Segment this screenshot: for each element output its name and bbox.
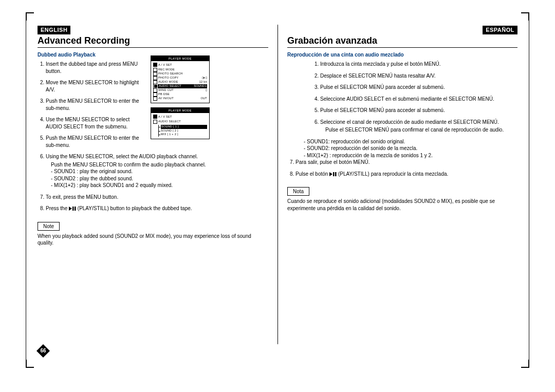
play-still-icon (69, 207, 76, 211)
osd-item: REC MODE (158, 68, 175, 72)
step-item: Pulse el SELECTOR MENÚ para acceder al s… (320, 107, 517, 114)
step-item: To exit, press the MENU button. (46, 194, 268, 201)
steps-list-es: Introduzca la cinta mezclada y pulse el … (312, 61, 517, 114)
osd-option: MIX [ 1 + 2 ] (161, 133, 207, 137)
step-item: Pulse el botón (PLAY/STILL) para reprodu… (295, 171, 517, 178)
step-sub: - SOUND1: reproducción del sonido origin… (304, 138, 517, 145)
svg-rect-4 (333, 172, 335, 176)
step-item: Seleccione el canal de reproducción de a… (320, 119, 517, 134)
osd-item: AUDIO SELECT (158, 120, 181, 124)
step-sub: Pulse el SELECTOR MENÚ para confirmar el… (325, 126, 517, 134)
osd-item: AUDIO MODE (158, 80, 178, 84)
step-text: Seleccione el canal de reproducción de a… (320, 119, 499, 125)
return-icon (153, 115, 157, 119)
step-item: Desplace el SELECTOR MENÚ hasta resaltar… (320, 72, 517, 80)
steps-list-es-cont: Seleccione el canal de reproducción de a… (287, 119, 517, 134)
osd-value: OUT (200, 97, 207, 101)
spanish-column: ESPAÑOL Grabación avanzada Reproducción … (278, 25, 517, 344)
language-tab-english: ENGLISH (38, 26, 70, 34)
section-subtitle-es: Reproducción de una cinta con audio mezc… (287, 52, 517, 58)
step-sub: - MIX(1+2) : reproducción de la mezcla d… (304, 152, 517, 159)
step-item: Pulse el SELECTOR MENÚ para acceder al s… (320, 84, 517, 91)
note-text-en: When you playback added sound (SOUND2 or… (38, 233, 268, 247)
crop-mark (26, 360, 34, 368)
osd-screens: PLAYER MODE A / V SET REC MODE PHOTO SEA… (151, 55, 210, 143)
step-text: Press the (46, 206, 69, 211)
svg-rect-1 (72, 207, 74, 211)
osd-section: A / V SET (158, 115, 172, 118)
bullet-icon (154, 84, 158, 88)
bullet-icon (153, 68, 157, 72)
osd-title: PLAYER MODE (151, 108, 209, 113)
step-text: (PLAY/STILL) para reproducir la cinta me… (337, 171, 448, 177)
page-title-es: Grabación avanzada (287, 35, 377, 46)
step-item: Seleccione AUDIO SELECT en el submenú me… (320, 96, 517, 103)
step-item: Para salir, pulse el botón MENÚ. (295, 159, 517, 166)
osd-option: SOUND [ 2 ] (161, 129, 207, 133)
note-text-es: Cuando se reproduce el sonido adicional … (287, 198, 517, 212)
osd-section: A / V SET (158, 63, 172, 66)
osd-item: AV IN/OUT (158, 97, 174, 101)
copy-icon: ▯▸▯ (202, 76, 207, 80)
note-label-en: Note (38, 222, 60, 231)
step-text: (PLAY/STILL) button to playback the dubb… (76, 206, 192, 211)
step-sub: - SOUND2 : play the dubbed sound. (51, 175, 268, 182)
osd-item: WIND CUT (158, 88, 174, 92)
osd-item: PHOTO COPY (158, 76, 179, 80)
step-sub: - MIX(1+2) : play back SOUND1 and 2 equa… (51, 182, 268, 189)
english-column: ENGLISH Advanced Recording Dubbed audio … (38, 25, 278, 344)
step-sub: - SOUND2: reproducción del sonido de la … (304, 145, 517, 152)
step-sub: - SOUND1 : play the original sound. (51, 168, 268, 175)
off-icon: ▯ (206, 88, 207, 92)
step-item: Use the MENU SELECTOR to select AUDIO SE… (46, 116, 145, 130)
step-item: Press the (PLAY/STILL) button to playbac… (46, 205, 268, 212)
note-label-es: Nota (287, 187, 309, 196)
osd-menu-2: PLAYER MODE A / V SET AUDIO SELECT SOUND… (151, 107, 210, 139)
page-number: 66 (36, 344, 50, 358)
step-text: Using the MENU SELECTOR, select the AUDI… (46, 154, 198, 159)
steps-list-en-cont: Using the MENU SELECTOR, select the AUDI… (38, 153, 268, 212)
osd-item: PHOTO SEARCH (158, 72, 183, 76)
svg-marker-3 (329, 172, 332, 176)
osd-value: 12 bit (199, 80, 207, 84)
step-item: Push the MENU SELECTOR to enter the sub-… (46, 135, 145, 148)
step-item: Insert the dubbed tape and press MENU bu… (46, 61, 145, 74)
step-item: Introduzca la cinta mezclada y pulse el … (320, 61, 517, 68)
bullet-icon (153, 120, 157, 124)
steps-list-en: Insert the dubbed tape and press MENU bu… (38, 61, 145, 148)
steps-list-es-cont2: Para salir, pulse el botón MENÚ. Pulse e… (287, 159, 517, 177)
crop-mark (521, 360, 529, 368)
osd-value: SOUND1 (194, 84, 207, 88)
svg-marker-0 (69, 207, 72, 211)
step-item: Move the MENU SELECTOR to highlight A/V. (46, 79, 145, 93)
bullet-icon (153, 92, 157, 97)
osd-title: PLAYER MODE (151, 56, 209, 61)
step-sub: Push the MENU SELECTOR to confirm the au… (51, 161, 268, 169)
language-tab-spanish: ESPAÑOL (483, 26, 517, 34)
step-item: Push the MENU SELECTOR to enter the sub-… (46, 98, 145, 111)
bullet-icon (153, 76, 157, 80)
bullet-icon (153, 97, 157, 101)
return-icon (153, 63, 157, 67)
bullet-icon (153, 88, 157, 92)
manual-page: ENGLISH Advanced Recording Dubbed audio … (26, 15, 529, 365)
play-still-icon (329, 172, 337, 176)
bullet-icon (153, 72, 157, 76)
step-item: Using the MENU SELECTOR, select the AUDI… (46, 153, 268, 189)
osd-option-selected: SOUND [ 1 ] (161, 125, 207, 129)
page-title-en: Advanced Recording (38, 35, 130, 46)
osd-menu-1: PLAYER MODE A / V SET REC MODE PHOTO SEA… (151, 55, 210, 103)
osd-item: PB DSE (158, 92, 170, 97)
osd-item: AUDIO SELECT (159, 84, 181, 88)
step-text: Pulse el botón (295, 171, 329, 177)
bullet-icon (153, 80, 157, 84)
